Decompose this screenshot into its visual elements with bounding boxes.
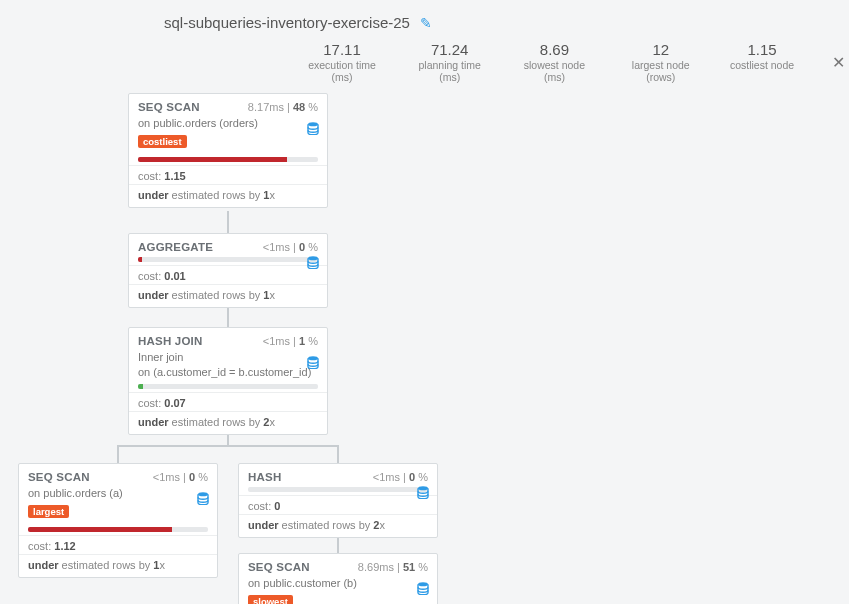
stat-largest-node: 12 largest node (rows): [620, 41, 702, 83]
node-title: HASH: [248, 471, 281, 483]
node-timing: 8.17ms | 48 %: [248, 101, 318, 113]
connector: [117, 445, 119, 463]
node-row-estimate: under estimated rows by 2x: [138, 416, 318, 428]
stat-value: 12: [620, 41, 702, 58]
plan-node-hash-join[interactable]: HASH JOIN <1ms | 1 % Inner join on (a.cu…: [128, 327, 328, 435]
node-cost: cost: 0.07: [138, 397, 318, 409]
node-row-estimate: under estimated rows by 1x: [138, 189, 318, 201]
stat-value: 8.69: [515, 41, 593, 58]
node-timing: 8.69ms | 51 %: [358, 561, 428, 573]
stat-value: 71.24: [410, 41, 489, 58]
connector: [117, 445, 339, 447]
stat-label: execution time (ms): [300, 59, 384, 83]
node-cost: cost: 1.12: [28, 540, 208, 552]
node-subtitle: on public.orders (orders): [138, 116, 318, 131]
svg-point-5: [418, 582, 428, 586]
node-cost: cost: 0: [248, 500, 428, 512]
plan-tree: SEQ SCAN 8.17ms | 48 % on public.orders …: [0, 93, 849, 604]
stat-value: 17.11: [300, 41, 384, 58]
svg-point-1: [308, 256, 318, 260]
database-icon[interactable]: [307, 256, 319, 269]
stat-costliest-node: 1.15 costliest node: [728, 41, 796, 71]
stat-value: 1.15: [728, 41, 796, 58]
plan-node-seq-scan[interactable]: SEQ SCAN 8.69ms | 51 % on public.custome…: [238, 553, 438, 604]
database-icon[interactable]: [197, 492, 209, 505]
node-timing: <1ms | 1 %: [263, 335, 318, 347]
cost-bar: [138, 384, 318, 389]
svg-point-2: [308, 356, 318, 360]
cost-bar: [248, 487, 428, 492]
node-subtitle: Inner join on (a.customer_id = b.custome…: [138, 350, 318, 380]
stat-label: costliest node: [728, 59, 796, 71]
node-timing: <1ms | 0 %: [263, 241, 318, 253]
stat-planning-time: 71.24 planning time (ms): [410, 41, 489, 83]
node-subtitle: on public.orders (a): [28, 486, 208, 501]
cost-bar: [138, 157, 318, 162]
connector: [227, 305, 229, 327]
database-icon[interactable]: [307, 356, 319, 369]
connector: [227, 211, 229, 233]
node-title: SEQ SCAN: [138, 101, 200, 113]
cost-bar: [138, 257, 318, 262]
node-timing: <1ms | 0 %: [153, 471, 208, 483]
stat-label: planning time (ms): [410, 59, 489, 83]
stat-execution-time: 17.11 execution time (ms): [300, 41, 384, 83]
stats-bar: 17.11 execution time (ms) 71.24 planning…: [300, 41, 849, 83]
connector: [337, 445, 339, 463]
node-tag-slowest: slowest: [248, 595, 293, 604]
svg-point-0: [308, 122, 318, 126]
svg-point-4: [418, 486, 428, 490]
close-icon[interactable]: ✕: [828, 51, 849, 74]
stat-label: slowest node (ms): [515, 59, 593, 83]
plan-node-seq-scan[interactable]: SEQ SCAN <1ms | 0 % on public.orders (a)…: [18, 463, 218, 578]
plan-node-hash[interactable]: HASH <1ms | 0 % cost: 0 under estimated …: [238, 463, 438, 538]
node-cost: cost: 0.01: [138, 270, 318, 282]
node-title: SEQ SCAN: [28, 471, 90, 483]
database-icon[interactable]: [307, 122, 319, 135]
node-row-estimate: under estimated rows by 1x: [138, 289, 318, 301]
node-row-estimate: under estimated rows by 1x: [28, 559, 208, 571]
node-title: AGGREGATE: [138, 241, 213, 253]
node-tag-costliest: costliest: [138, 135, 187, 148]
page-title: sql-subqueries-inventory-exercise-25: [164, 14, 410, 31]
stat-label: largest node (rows): [620, 59, 702, 83]
node-cost: cost: 1.15: [138, 170, 318, 182]
node-title: HASH JOIN: [138, 335, 202, 347]
node-tag-largest: largest: [28, 505, 69, 518]
page-title-row: sql-subqueries-inventory-exercise-25 ✎: [0, 0, 849, 31]
database-icon[interactable]: [417, 582, 429, 595]
plan-node-aggregate[interactable]: AGGREGATE <1ms | 0 % cost: 0.01 under es…: [128, 233, 328, 308]
database-icon[interactable]: [417, 486, 429, 499]
node-title: SEQ SCAN: [248, 561, 310, 573]
node-row-estimate: under estimated rows by 2x: [248, 519, 428, 531]
svg-point-3: [198, 492, 208, 496]
edit-title-icon[interactable]: ✎: [420, 15, 432, 31]
cost-bar: [28, 527, 208, 532]
node-subtitle: on public.customer (b): [248, 576, 428, 591]
stat-slowest-node: 8.69 slowest node (ms): [515, 41, 593, 83]
plan-node-seq-scan[interactable]: SEQ SCAN 8.17ms | 48 % on public.orders …: [128, 93, 328, 208]
node-timing: <1ms | 0 %: [373, 471, 428, 483]
